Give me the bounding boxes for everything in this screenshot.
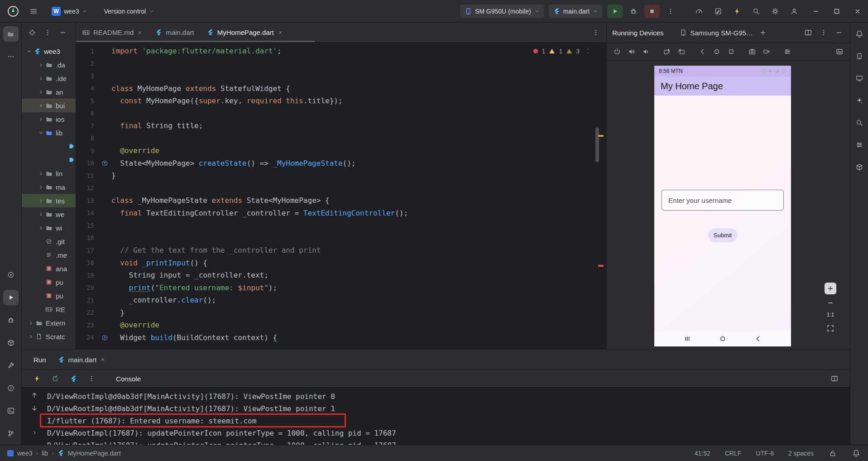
code-line[interactable]: 17 // Get the text from the _controller … bbox=[76, 244, 606, 257]
tab-readme-md[interactable]: README.md bbox=[76, 23, 149, 42]
line-number[interactable]: 19 bbox=[76, 272, 98, 279]
debug-icon[interactable] bbox=[3, 312, 19, 328]
tree-item[interactable] bbox=[22, 139, 76, 153]
run-config-selector[interactable]: main.dart bbox=[549, 5, 603, 18]
breadcrumb-file[interactable]: MyHomePage.dart bbox=[68, 450, 121, 457]
account-icon[interactable] bbox=[788, 5, 800, 17]
device-tab-samsung[interactable]: Samsung SM-G95… bbox=[680, 29, 753, 37]
ai-assistant-icon[interactable] bbox=[731, 5, 743, 17]
close-tab-icon[interactable] bbox=[100, 357, 106, 362]
close-button[interactable] bbox=[847, 0, 868, 22]
screenshot-button-icon[interactable] bbox=[747, 47, 757, 57]
tree-item-pu[interactable]: Ypu bbox=[22, 275, 76, 289]
line-number[interactable]: 12 bbox=[76, 184, 98, 192]
warning-stripe-mark[interactable] bbox=[598, 135, 604, 137]
device-screen[interactable]: 8:56 MTN My Home Page Enter your usernam… bbox=[654, 66, 791, 346]
tab-scrollbar[interactable] bbox=[76, 41, 315, 42]
line-number[interactable]: 5 bbox=[76, 97, 98, 105]
add-device-button[interactable] bbox=[758, 27, 768, 38]
back-button[interactable] bbox=[754, 335, 762, 342]
tree-item-an[interactable]: an bbox=[22, 85, 76, 99]
running-devices-icon[interactable] bbox=[852, 71, 867, 86]
code-line[interactable]: 5 const MyHomePage({super.key, required … bbox=[76, 95, 606, 107]
volume-down-button-icon[interactable] bbox=[641, 47, 651, 57]
next-occurrence-icon[interactable] bbox=[30, 404, 38, 412]
hide-panel-icon[interactable] bbox=[58, 28, 68, 38]
tree-item-ma[interactable]: ma bbox=[22, 180, 76, 194]
code-line[interactable]: 20 print("Entered username: $input"); bbox=[76, 282, 606, 294]
line-number[interactable]: 17 bbox=[76, 247, 98, 254]
line-number[interactable]: 20 bbox=[76, 284, 98, 291]
console-output[interactable]: D/ViewRootImpl@d0ab3df[MainActivity](176… bbox=[47, 388, 850, 445]
code-line[interactable]: 4class MyHomePage extends StatefulWidget… bbox=[76, 82, 606, 95]
flutter-devtools-icon[interactable] bbox=[68, 373, 79, 384]
code-line[interactable]: 1import 'package:flutter/material.dart'; bbox=[76, 45, 606, 58]
line-number[interactable]: 1 bbox=[76, 48, 98, 55]
tree-item-lib[interactable]: lib bbox=[22, 126, 76, 139]
notifications-icon[interactable] bbox=[852, 26, 867, 42]
line-number[interactable]: 9 bbox=[76, 147, 98, 154]
line-number[interactable]: 10 bbox=[76, 159, 98, 167]
code-line[interactable]: 23 @override bbox=[76, 319, 606, 331]
tree-item-wi[interactable]: wi bbox=[22, 221, 76, 235]
tree-item-me[interactable]: .me bbox=[22, 248, 76, 262]
override-gutter-icon[interactable] bbox=[98, 160, 111, 167]
code-line[interactable]: 14 final TextEditingController _controll… bbox=[76, 207, 606, 220]
home-button[interactable] bbox=[719, 335, 726, 342]
code-line[interactable]: 19 String input = _controller.text; bbox=[76, 269, 606, 282]
tree-item-pu[interactable]: Ypu bbox=[22, 289, 76, 303]
chevron-down-icon[interactable] bbox=[25, 48, 33, 54]
tree-item[interactable] bbox=[22, 153, 76, 167]
device-manager-icon[interactable] bbox=[852, 48, 867, 64]
tree-item-da[interactable]: .da bbox=[22, 58, 76, 72]
run-icon[interactable] bbox=[3, 290, 19, 305]
build-icon[interactable] bbox=[3, 358, 19, 373]
tree-item-ios[interactable]: ios bbox=[22, 112, 76, 126]
tree-item-lin[interactable]: lin bbox=[22, 167, 76, 180]
line-number[interactable]: 13 bbox=[76, 197, 98, 204]
options-icon[interactable] bbox=[818, 27, 829, 38]
breadcrumb-project[interactable]: wee3 bbox=[17, 450, 32, 457]
power-button-icon[interactable] bbox=[612, 47, 622, 57]
editor-scrollbar[interactable] bbox=[595, 128, 599, 162]
rotate-right-button-icon[interactable] bbox=[676, 47, 686, 57]
inspection-nav[interactable] bbox=[585, 47, 591, 55]
lock-icon[interactable] bbox=[828, 449, 837, 458]
code-line[interactable]: 12 bbox=[76, 182, 606, 195]
breadcrumb-folder[interactable]: lib bbox=[42, 450, 48, 457]
tree-item-Extern[interactable]: Extern bbox=[22, 316, 76, 330]
prev-occurrence-icon[interactable] bbox=[30, 391, 38, 399]
tab-console[interactable]: Console bbox=[116, 375, 141, 383]
code-line[interactable]: 7 final String title; bbox=[76, 120, 606, 132]
error-stripe-mark[interactable] bbox=[598, 265, 604, 267]
search-everywhere-icon[interactable] bbox=[750, 5, 762, 17]
indent-style[interactable]: 2 spaces bbox=[788, 450, 814, 457]
close-tab-icon[interactable] bbox=[278, 30, 283, 35]
tree-item-git[interactable]: .git bbox=[22, 235, 76, 248]
code-line[interactable]: 13class _MyHomePageState extends State<M… bbox=[76, 194, 606, 207]
code-line[interactable]: 9 @override bbox=[76, 144, 606, 157]
code-line[interactable]: 21 _controller.clear(); bbox=[76, 294, 606, 307]
tree-item-RE[interactable]: RE bbox=[22, 303, 76, 316]
project-widget[interactable]: W wee3 bbox=[47, 5, 92, 18]
line-number[interactable]: 22 bbox=[76, 309, 98, 316]
code-line[interactable]: 22 } bbox=[76, 307, 606, 319]
caret-position[interactable]: 41:52 bbox=[695, 450, 710, 457]
profiler-icon[interactable] bbox=[693, 5, 705, 17]
line-separator[interactable]: CRLF bbox=[725, 450, 742, 457]
line-number[interactable]: 4 bbox=[76, 85, 98, 92]
hot-reload-icon[interactable] bbox=[32, 373, 43, 384]
options-icon[interactable] bbox=[43, 28, 53, 38]
line-number[interactable]: 2 bbox=[76, 60, 98, 67]
tree-root-wee3[interactable]: wee3 bbox=[22, 44, 76, 58]
tab-main-dart[interactable]: main.dart bbox=[149, 23, 201, 42]
code-line[interactable]: 3 bbox=[76, 70, 606, 82]
tree-item-bui[interactable]: bui bbox=[22, 99, 76, 112]
hot-restart-icon[interactable] bbox=[50, 373, 61, 384]
more-actions-icon[interactable] bbox=[86, 373, 97, 384]
android-home-button-icon[interactable] bbox=[712, 47, 722, 57]
code-line[interactable]: 18 void _printInput() { bbox=[76, 257, 606, 269]
code-line[interactable]: 16 bbox=[76, 232, 606, 245]
tree-item-Scratc[interactable]: Scratc bbox=[22, 330, 76, 343]
code-line[interactable]: 10 State<MyHomePage> createState() => _M… bbox=[76, 157, 606, 170]
